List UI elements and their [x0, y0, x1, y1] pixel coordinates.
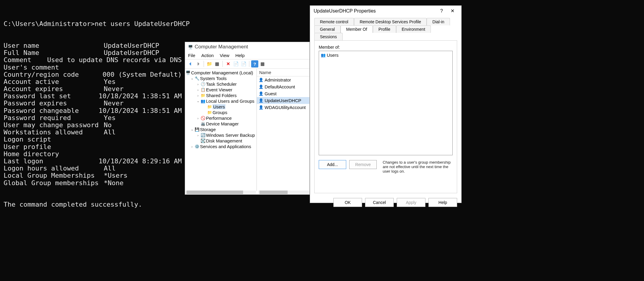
tree-root[interactable]: 🖥️Computer Management (Local)	[186, 70, 256, 76]
command: net users UpdateUserDHCP	[95, 20, 190, 27]
forward-button[interactable]	[195, 60, 202, 67]
terminal-row: Country/region code000 (System Default)	[4, 71, 182, 78]
tree-services[interactable]: ›⚙️Services and Applications	[186, 144, 256, 149]
refresh-button[interactable]: ▦	[259, 60, 266, 67]
terminal-row: User's comment	[4, 64, 182, 71]
terminal-row: Workstations allowedAll	[4, 129, 182, 136]
properties-button[interactable]: 📄	[232, 60, 239, 67]
window-title: 🖥️ Computer Management	[185, 42, 309, 52]
ok-button[interactable]: OK	[333, 198, 362, 207]
menu-help[interactable]: Help	[235, 53, 245, 58]
list-panel: Name 👤Administrator👤DefaultAccount👤Guest…	[257, 69, 309, 191]
tree-server-backup[interactable]: ›🔄Windows Server Backup	[186, 132, 256, 138]
title-text: Computer Management	[195, 44, 248, 50]
user-item[interactable]: 👤WDAGUtilityAccount	[257, 104, 309, 111]
user-label: Administrator	[265, 77, 291, 82]
computer-management-window: 🖥️ Computer Management File Action View …	[185, 42, 310, 195]
terminal-output: C:\Users\Administrator>net users UpdateU…	[0, 0, 185, 221]
tree-task-scheduler[interactable]: ›🕑Task Scheduler	[186, 81, 256, 87]
group-icon: 👥	[321, 53, 326, 58]
user-label: DefaultAccount	[265, 84, 295, 89]
menu-action[interactable]: Action	[201, 53, 214, 58]
tree-groups[interactable]: 📁Groups	[186, 110, 256, 115]
help-button[interactable]: Help	[428, 198, 457, 207]
tab-profile[interactable]: Profile	[373, 25, 396, 33]
tree-event-viewer[interactable]: ›📋Event Viewer	[186, 87, 256, 93]
terminal-row: Password expiresNever	[4, 100, 182, 107]
tools-icon: 🔧	[195, 76, 199, 81]
list-header-name[interactable]: Name	[257, 69, 309, 76]
user-item[interactable]: 👤Administrator	[257, 76, 309, 83]
user-label: Guest	[265, 91, 277, 96]
user-item[interactable]: 👤UpdateUserDHCP	[257, 97, 309, 104]
storage-icon: 💾	[195, 127, 199, 132]
note-text: Changes to a user's group membership are…	[383, 160, 453, 173]
tab-content: Member of: 👥 Users Add... Remove Changes…	[314, 40, 457, 193]
computer-icon: 🖥️	[186, 70, 190, 75]
backup-icon: 🔄	[201, 133, 205, 138]
terminal-row: CommentUsed to update DNS records via DN…	[4, 56, 182, 64]
terminal-row: Account activeYes	[4, 78, 182, 85]
tab-sessions[interactable]: Sessions	[314, 33, 343, 40]
back-button[interactable]	[187, 60, 194, 67]
export-button[interactable]: 📄	[240, 60, 247, 67]
close-icon[interactable]: ✕	[447, 8, 458, 14]
view-button[interactable]: ▦	[213, 60, 221, 67]
terminal-row: User may change passwordNo	[4, 122, 182, 129]
tree-disk-mgmt[interactable]: 💽Disk Management	[186, 138, 256, 144]
user-label: WDAGUtilityAccount	[265, 105, 306, 110]
tree-device-manager[interactable]: 🖨️Device Manager	[186, 121, 256, 127]
list-scrollbar[interactable]	[258, 191, 309, 194]
help-icon[interactable]: ?	[436, 8, 447, 14]
user-icon: 👤	[259, 105, 263, 110]
menu-view[interactable]: View	[220, 53, 229, 58]
menu-file[interactable]: File	[188, 53, 195, 58]
tree-performance[interactable]: ›🚫Performance	[186, 115, 256, 121]
terminal-row: Password requiredYes	[4, 114, 182, 122]
up-button[interactable]: 📁	[206, 60, 213, 67]
member-item-users[interactable]: 👥 Users	[320, 52, 451, 58]
delete-button[interactable]: ✕	[225, 60, 232, 67]
tab-dial-in[interactable]: Dial-in	[427, 18, 450, 25]
user-icon: 👤	[259, 85, 263, 89]
tab-general[interactable]: General	[314, 25, 341, 33]
tab-environment[interactable]: Environment	[396, 25, 431, 33]
folder-icon: 📁	[207, 110, 212, 115]
users-icon: 👥	[201, 99, 205, 104]
help-button[interactable]: ?	[251, 60, 258, 67]
tree-shared-folders[interactable]: ›📁Shared Folders	[186, 93, 256, 98]
terminal-row: Password changeable10/18/2024 1:38:51 AM	[4, 107, 182, 114]
tree-users[interactable]: 📁Users	[186, 104, 256, 110]
member-of-label: Member of:	[319, 45, 453, 50]
user-label: UpdateUserDHCP	[265, 98, 301, 103]
user-item[interactable]: 👤DefaultAccount	[257, 83, 309, 90]
user-item[interactable]: 👤Guest	[257, 90, 309, 97]
computer-icon: 🖥️	[188, 44, 193, 49]
tab-member-of[interactable]: Member Of	[341, 25, 373, 33]
apply-button[interactable]: Apply	[397, 198, 425, 207]
toolbar: 📁 ▦ ✕ 📄 📄 ? ▦	[185, 59, 309, 69]
tree-local-users[interactable]: ⌄👥Local Users and Groups	[186, 98, 256, 104]
user-icon: 👤	[259, 78, 263, 82]
remove-button[interactable]: Remove	[349, 160, 377, 169]
performance-icon: 🚫	[201, 116, 205, 121]
member-list[interactable]: 👥 Users	[319, 51, 453, 155]
properties-dialog: UpdateUserDHCP Properties ? ✕ Remote con…	[310, 5, 462, 203]
tree-system-tools[interactable]: ⌄🔧System Tools	[186, 76, 256, 81]
terminal-row: Local Group Memberships*Users	[4, 172, 182, 179]
add-button[interactable]: Add...	[319, 160, 346, 169]
terminal-row: User nameUpdateUserDHCP	[4, 42, 182, 49]
tab-remote-control[interactable]: Remote control	[314, 18, 354, 25]
tree-scrollbar[interactable]	[185, 191, 256, 191]
terminal-row: Logon script	[4, 136, 182, 143]
terminal-row: Account expiresNever	[4, 85, 182, 93]
terminal-row: Last logon10/18/2024 8:29:16 AM	[4, 158, 182, 165]
tree-panel: 🖥️Computer Management (Local) ⌄🔧System T…	[185, 69, 257, 191]
tree-storage[interactable]: ⌄💾Storage	[186, 127, 256, 132]
device-icon: 🖨️	[201, 122, 205, 126]
cancel-button[interactable]: Cancel	[365, 198, 394, 207]
event-icon: 📋	[201, 87, 205, 92]
tab-remote-desktop-services-profile[interactable]: Remote Desktop Services Profile	[354, 18, 427, 25]
terminal-footer: The command completed successfully.	[4, 201, 182, 208]
user-icon: 👤	[259, 91, 263, 96]
